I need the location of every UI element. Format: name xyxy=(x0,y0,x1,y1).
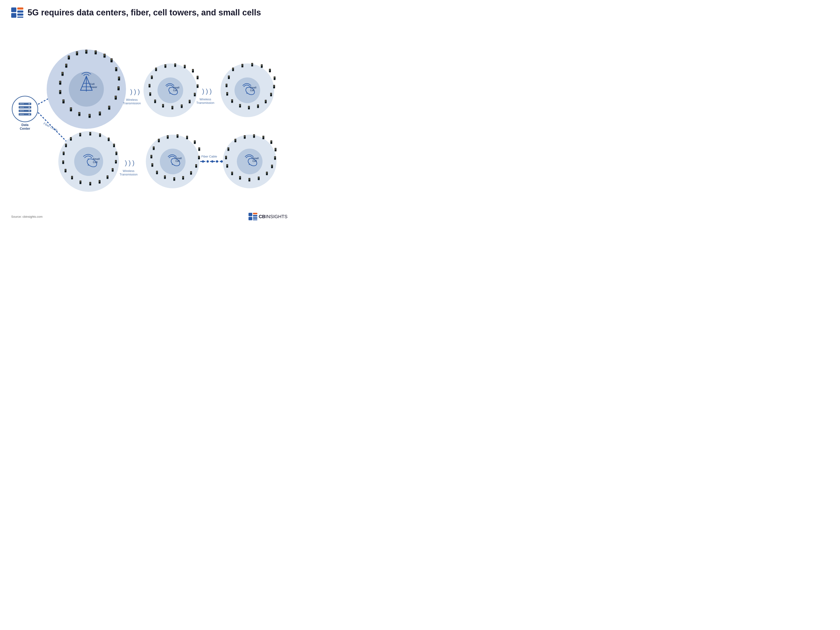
svg-text:📱: 📱 xyxy=(102,54,107,58)
svg-point-26 xyxy=(23,107,24,108)
svg-text:📱: 📱 xyxy=(163,175,167,179)
svg-text:📱: 📱 xyxy=(252,134,256,138)
svg-text:): ) xyxy=(132,159,134,166)
svg-text:Transmission: Transmission xyxy=(120,173,138,176)
svg-text:📱: 📱 xyxy=(189,171,193,175)
svg-text:📱: 📱 xyxy=(227,75,231,79)
svg-text:Cell: Cell xyxy=(253,160,257,163)
svg-text:📱: 📱 xyxy=(98,133,102,137)
svg-text:📱: 📱 xyxy=(61,160,65,164)
svg-text:📱: 📱 xyxy=(226,147,231,151)
header: 5G requires data centers, fiber, cell to… xyxy=(0,0,298,22)
svg-text:📱: 📱 xyxy=(69,107,73,112)
svg-text:Small: Small xyxy=(250,86,256,89)
svg-text:Wireless: Wireless xyxy=(123,169,134,173)
svg-text:📱: 📱 xyxy=(154,68,158,71)
svg-text:📱: 📱 xyxy=(112,144,116,147)
svg-text:📱: 📱 xyxy=(77,112,82,116)
svg-text:Transmission: Transmission xyxy=(196,101,215,104)
svg-text:): ) xyxy=(134,88,136,95)
svg-text:📱: 📱 xyxy=(193,93,197,96)
svg-text:📱: 📱 xyxy=(197,156,201,159)
svg-text:📱: 📱 xyxy=(60,72,65,76)
svg-point-14 xyxy=(28,103,30,104)
svg-point-170 xyxy=(211,160,213,163)
svg-rect-199 xyxy=(253,217,257,219)
svg-text:📱: 📱 xyxy=(172,177,177,181)
svg-text:📱: 📱 xyxy=(64,63,69,68)
svg-text:📱: 📱 xyxy=(166,135,170,139)
svg-text:📱: 📱 xyxy=(185,136,189,139)
svg-text:📱: 📱 xyxy=(69,137,73,141)
svg-text:📱: 📱 xyxy=(269,93,273,96)
footer-brand-text: CBINSIGHTS xyxy=(259,214,287,219)
svg-text:📱: 📱 xyxy=(84,49,88,54)
svg-rect-195 xyxy=(248,213,252,216)
svg-text:): ) xyxy=(202,87,204,95)
svg-text:Cell: Cell xyxy=(93,161,98,164)
svg-text:Wireless: Wireless xyxy=(199,98,211,101)
svg-text:): ) xyxy=(130,88,132,95)
svg-text:): ) xyxy=(138,88,140,95)
svg-text:📱: 📱 xyxy=(224,84,229,87)
svg-text:📱: 📱 xyxy=(61,99,66,104)
svg-text:📱: 📱 xyxy=(268,69,272,73)
svg-text:📱: 📱 xyxy=(261,136,265,139)
svg-text:📱: 📱 xyxy=(183,65,187,69)
svg-point-30 xyxy=(20,114,21,115)
svg-text:📱: 📱 xyxy=(150,75,154,79)
svg-point-169 xyxy=(207,160,209,163)
svg-text:📱: 📱 xyxy=(114,160,118,164)
source-text: Source: cbinsights.com xyxy=(11,215,43,218)
svg-text:📱: 📱 xyxy=(70,176,74,180)
svg-point-32 xyxy=(23,114,24,115)
svg-text:📱: 📱 xyxy=(88,182,92,186)
svg-text:📱: 📱 xyxy=(148,92,152,96)
svg-text:📱: 📱 xyxy=(196,84,200,88)
svg-text:📱: 📱 xyxy=(270,164,274,169)
cb-footer-logo: CBINSIGHTS xyxy=(248,213,287,220)
svg-text:📱: 📱 xyxy=(230,172,234,175)
svg-text:📱: 📱 xyxy=(273,148,278,152)
svg-text:📱: 📱 xyxy=(66,55,71,60)
svg-text:📱: 📱 xyxy=(240,64,245,68)
svg-text:Wireless: Wireless xyxy=(126,98,138,101)
svg-point-27 xyxy=(20,111,21,111)
svg-text:📱: 📱 xyxy=(180,104,184,108)
svg-text:📱: 📱 xyxy=(64,144,68,147)
svg-point-29 xyxy=(23,111,24,111)
svg-text:): ) xyxy=(210,87,212,95)
svg-text:📱: 📱 xyxy=(247,106,251,110)
svg-text:Cell: Cell xyxy=(175,160,180,163)
svg-text:📱: 📱 xyxy=(257,177,261,180)
svg-text:Cell: Cell xyxy=(250,89,254,92)
svg-text:📱: 📱 xyxy=(265,172,269,175)
svg-text:): ) xyxy=(129,159,131,166)
svg-text:📱: 📱 xyxy=(230,99,234,103)
diagram-svg: Fiber Cable Fiber Cable Fiber Cable Data… xyxy=(0,22,298,213)
svg-text:📱: 📱 xyxy=(238,176,242,180)
svg-rect-200 xyxy=(253,219,257,220)
svg-text:Center: Center xyxy=(20,127,30,130)
svg-text:📱: 📱 xyxy=(150,163,155,167)
svg-text:📱: 📱 xyxy=(87,114,92,118)
svg-rect-2 xyxy=(17,8,23,9)
svg-text:📱: 📱 xyxy=(78,133,82,137)
svg-point-22 xyxy=(21,103,22,104)
svg-text:📱: 📱 xyxy=(238,104,242,108)
svg-text:📱: 📱 xyxy=(196,76,200,80)
svg-text:📱: 📱 xyxy=(260,64,264,68)
svg-rect-0 xyxy=(11,8,16,12)
svg-text:📱: 📱 xyxy=(149,155,153,159)
svg-text:📱: 📱 xyxy=(224,156,228,159)
svg-text:📱: 📱 xyxy=(114,67,118,71)
svg-text:📱: 📱 xyxy=(181,176,185,180)
svg-point-172 xyxy=(221,160,223,163)
svg-text:📱: 📱 xyxy=(243,135,247,139)
svg-text:Small: Small xyxy=(173,86,180,89)
svg-text:📱: 📱 xyxy=(98,111,102,116)
svg-point-171 xyxy=(216,160,218,163)
svg-point-25 xyxy=(21,107,22,108)
svg-text:📱: 📱 xyxy=(231,68,235,71)
svg-text:📱: 📱 xyxy=(188,99,192,104)
